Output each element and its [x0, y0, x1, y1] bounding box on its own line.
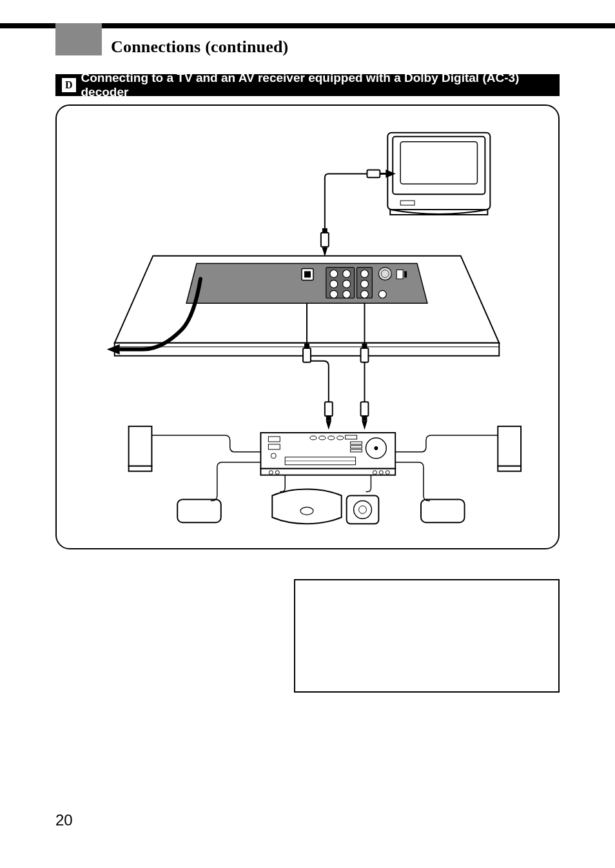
svg-rect-52	[351, 449, 362, 452]
svg-point-25	[361, 290, 369, 298]
av-receiver	[260, 433, 395, 475]
wire-surround-left	[211, 462, 261, 501]
section-label-box: D	[62, 78, 76, 92]
svg-point-69	[359, 506, 367, 513]
surround-speaker-left	[177, 499, 221, 522]
svg-rect-31	[327, 416, 331, 420]
svg-rect-5	[323, 229, 327, 233]
svg-point-54	[374, 446, 378, 450]
svg-point-18	[330, 280, 338, 288]
svg-point-26	[378, 268, 391, 281]
svg-rect-30	[325, 402, 333, 416]
svg-marker-6	[323, 248, 327, 255]
svg-rect-14	[304, 271, 311, 278]
power-arrow-icon	[107, 344, 120, 355]
svg-point-19	[343, 280, 351, 288]
section-tab	[55, 23, 102, 55]
svg-rect-42	[268, 437, 280, 442]
page: Connections (continued) D Connecting to …	[0, 0, 615, 868]
front-speaker-right	[498, 426, 521, 471]
svg-rect-51	[351, 446, 362, 448]
wire-front-left	[151, 435, 260, 452]
svg-rect-50	[351, 442, 362, 444]
svg-point-61	[386, 471, 389, 475]
svg-rect-37	[361, 402, 369, 416]
cable-video	[321, 170, 394, 254]
svg-rect-64	[498, 426, 521, 466]
svg-rect-27	[396, 270, 403, 279]
svg-marker-32	[327, 421, 331, 428]
section-label: D	[65, 79, 73, 91]
front-speaker-left	[129, 426, 152, 471]
svg-rect-62	[129, 426, 152, 466]
svg-rect-33	[303, 348, 311, 362]
svg-rect-2	[367, 170, 380, 177]
svg-point-23	[361, 270, 369, 278]
section-heading: D Connecting to a TV and an AV receiver …	[55, 74, 560, 96]
section-subtitle: Connecting to a TV and an AV receiver eq…	[81, 71, 560, 99]
wire-center	[366, 475, 371, 492]
svg-point-45	[310, 436, 317, 440]
svg-point-29	[378, 290, 386, 298]
svg-rect-28	[404, 271, 407, 278]
svg-rect-38	[363, 416, 367, 420]
svg-rect-4	[321, 233, 329, 247]
wire-front-right	[395, 435, 498, 452]
svg-point-20	[330, 290, 338, 298]
svg-point-66	[300, 507, 313, 515]
svg-point-59	[373, 471, 376, 475]
svg-rect-43	[268, 444, 280, 449]
svg-point-57	[269, 471, 273, 475]
svg-point-16	[330, 270, 338, 278]
svg-rect-63	[129, 466, 152, 471]
svg-rect-0	[400, 142, 477, 184]
svg-rect-1	[400, 201, 415, 205]
page-number: 20	[55, 811, 73, 829]
svg-point-21	[343, 290, 351, 298]
svg-point-46	[319, 436, 326, 440]
svg-rect-34	[305, 344, 309, 348]
svg-point-48	[337, 436, 344, 440]
wire-subwoofer	[280, 475, 285, 492]
connection-diagram	[55, 104, 560, 549]
svg-rect-65	[498, 466, 521, 471]
note-box	[294, 579, 560, 693]
svg-point-24	[361, 280, 369, 288]
surround-speaker-right	[421, 499, 465, 522]
svg-point-60	[379, 471, 383, 475]
wire-surround-right	[395, 462, 430, 501]
svg-rect-36	[363, 344, 367, 348]
svg-point-44	[271, 453, 276, 459]
center-speaker	[347, 495, 379, 524]
tv-icon	[387, 133, 490, 215]
svg-point-47	[328, 436, 335, 440]
svg-point-58	[275, 471, 279, 475]
svg-point-17	[343, 270, 351, 278]
svg-rect-49	[346, 435, 357, 439]
svg-rect-35	[361, 348, 369, 362]
svg-marker-39	[363, 421, 367, 428]
subwoofer	[272, 489, 341, 524]
diagram-svg	[57, 106, 558, 548]
page-title: Connections (continued)	[111, 37, 288, 57]
